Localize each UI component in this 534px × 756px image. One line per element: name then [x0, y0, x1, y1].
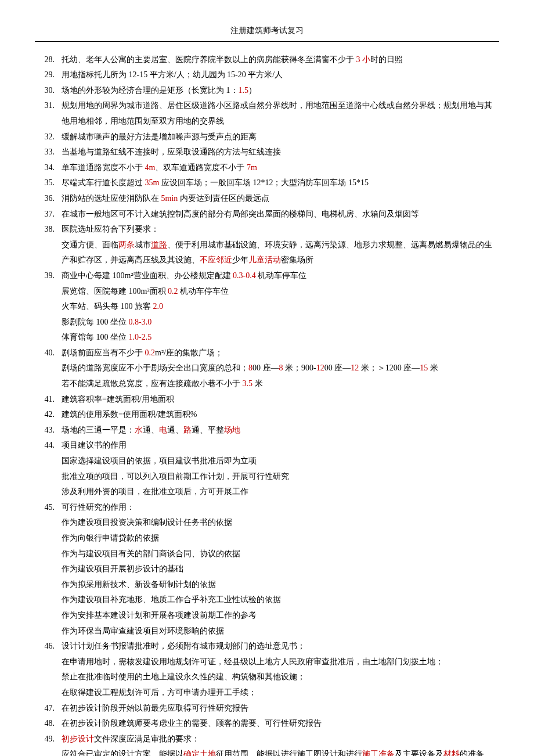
list-item: 45.可行性研究的作用：作为建设项目投资决策和编制设计任务书的依据作为向银行申请… [35, 500, 499, 639]
text-segment: 场地 [224, 426, 240, 434]
item-content: 医院选址应符合下列要求：交通方便、面临两条城市道路、便于利用城市基础设施、环境安… [62, 222, 499, 268]
text-segment: 少年 [232, 255, 248, 264]
item-content: 场地的外形较为经济合理的是矩形（长宽比为 1：1.5） [62, 83, 499, 99]
text-segment: 在初步设计阶段建筑师要考虑业主的需要、顾客的需要、可行性研究报告 [62, 719, 322, 728]
text-segment: 3 小 [356, 55, 371, 64]
text-segment: 作为向银行申请贷款的依据 [62, 534, 159, 542]
item-number: 42. [35, 407, 62, 423]
text-line: 缓解城市噪声的最好方法是增加噪声源与受声点的距离 [62, 129, 499, 145]
text-segment: 初步设计 [62, 735, 94, 743]
text-segment: 米；900- [283, 363, 316, 372]
text-segment: 征用范围、能据以进行施工图设计和进行 [216, 750, 362, 756]
text-segment: 建筑容积率=建筑面积/用地面积 [62, 395, 174, 404]
text-segment: 火车站、码头每 100 旅客 [62, 302, 153, 311]
text-segment: 两条 [118, 240, 135, 249]
text-line: 体育馆每 100 坐位 1.0-2.5 [62, 330, 499, 345]
list-item: 38.医院选址应符合下列要求：交通方便、面临两条城市道路、便于利用城市基础设施、… [35, 222, 499, 268]
text-segment: 时的日照 [370, 55, 403, 64]
text-segment: 规划用地的周界为城市道路、居住区级道路小区路或自然分界线时，用地范围至道路中心线… [62, 101, 492, 125]
item-content: 在城市一般地区可不计入建筑控制高度的部分有局部突出屋面的楼梯间、电梯机房、水箱间… [62, 207, 499, 222]
text-segment: 通、平整 [192, 426, 224, 434]
item-number: 37. [35, 207, 62, 222]
text-line: 当基地与道路红线不连接时，应采取设通路的方法与红线连接 [62, 145, 499, 160]
text-segment: 交通方便、面临 [62, 240, 118, 249]
text-segment: 作为建设项目补充地形、地质工作合乎补充工业性试验的依据 [62, 595, 281, 604]
text-segment: 剧场的道路宽度应不小于剧场安全出口宽度的总和； [62, 363, 248, 372]
text-segment: 通、 [143, 426, 159, 434]
item-number: 48. [35, 716, 62, 732]
item-number: 28. [35, 52, 62, 68]
item-content: 单车道通路宽度不小于 4m、双车道通路宽度不小于 7m [62, 160, 499, 176]
text-segment: 作为安排基本建设计划和开展各项建设前期工作的参考 [62, 611, 257, 620]
text-segment: 缓解城市噪声的最好方法是增加噪声源与受声点的距离 [62, 132, 257, 141]
text-line: 消防站的选址应使消防队在 5min 内要达到责任区的最远点 [62, 191, 499, 207]
text-segment: 材料 [443, 750, 460, 756]
list-item: 35.尽端式车行道长度超过 35m 应设回车场；一般回车场 12*12；大型消防… [35, 175, 499, 191]
list-item: 41.建筑容积率=建筑面积/用地面积 [35, 392, 499, 408]
text-segment: 0.2 [145, 348, 156, 357]
item-content: 剧场前面应当有不少于 0.2m²/座的集散广场；剧场的道路宽度应不小于剧场安全出… [62, 345, 499, 392]
list-item: 40.剧场前面应当有不少于 0.2m²/座的集散广场；剧场的道路宽度应不小于剧场… [35, 345, 499, 392]
item-number: 34. [35, 160, 62, 176]
text-segment: 用地指标托儿所为 12-15 平方米/人；幼儿园为 15-20 平方米/人 [62, 70, 283, 79]
text-line: 剧场的道路宽度应不小于剧场安全出口宽度的总和；800 座—8 米；900-120… [62, 361, 499, 376]
text-segment: 1.5 [239, 86, 249, 95]
text-segment: 12 [351, 363, 359, 372]
text-segment: 剧场前面应当有不少于 [62, 348, 145, 357]
text-segment: 应符合已审定的设计方案、能据以 [62, 750, 183, 756]
text-line: 涉及利用外资的项目，在批准立项后，方可开展工作 [62, 484, 499, 500]
text-segment: 2.0 [153, 302, 164, 311]
text-segment: 作为与建设项目有关的部门商谈合同、协议的依据 [62, 549, 240, 558]
text-line: 可行性研究的作用： [62, 500, 499, 516]
text-segment: 施工准备 [362, 750, 395, 756]
item-content: 建筑的使用系数=使用面积/建筑面积% [62, 407, 499, 423]
item-number: 35. [35, 175, 62, 191]
text-segment: 米 [252, 379, 263, 388]
item-content: 初步设计文件深度应满足审批的要求：应符合已审定的设计方案、能据以确定土地征用范围… [62, 732, 499, 756]
text-segment: 场地的外形较为经济合理的是矩形（长宽比为 1： [62, 86, 239, 95]
text-line: 展览馆、医院每建 100m²面积 0.2 机动车停车位 [62, 284, 499, 300]
item-number: 30. [35, 83, 62, 99]
text-segment: 单车道通路宽度不小于 [62, 163, 145, 172]
item-content: 建筑容积率=建筑面积/用地面积 [62, 392, 499, 408]
text-line: 作为安排基本建设计划和开展各项建设前期工作的参考 [62, 608, 499, 624]
item-content: 项目建议书的作用国家选择建设项目的依据，项目建议书批准后即为立项批准立项的项目，… [62, 438, 499, 499]
text-segment: 可行性研究的作用： [62, 503, 135, 512]
text-line: 影剧院每 100 坐位 0.8-3.0 [62, 315, 499, 330]
text-segment: 禁止在批准临时使用的土地上建设永久性的建、构筑物和其他设施； [62, 672, 305, 681]
text-segment: 内要达到责任区的最远点 [178, 194, 269, 203]
text-line: 场地的外形较为经济合理的是矩形（长宽比为 1：1.5） [62, 83, 499, 99]
text-segment: 0.2 [168, 287, 178, 296]
text-segment: 密集场所 [281, 255, 313, 264]
text-line: 作为与建设项目有关的部门商谈合同、协议的依据 [62, 546, 499, 562]
text-segment: 项目建议书的作用 [62, 441, 127, 449]
text-segment: 建筑的使用系数=使用面积/建筑面积% [62, 410, 197, 419]
text-segment: 00 座— [324, 363, 351, 372]
text-segment: 影剧院每 100 坐位 [62, 318, 129, 326]
item-content: 在初步设计阶段开始以前最先应取得可行性研究报告 [62, 701, 499, 717]
text-line: 在初步设计阶段开始以前最先应取得可行性研究报告 [62, 701, 499, 717]
text-segment: 通、 [167, 426, 183, 434]
text-segment: 体育馆每 100 坐位 [62, 333, 129, 341]
item-number: 32. [35, 129, 62, 145]
text-line: 若不能满足疏散总宽度，应有连接疏散小巷不小于 3.5 米 [62, 376, 499, 392]
text-line: 项目建议书的作用 [62, 438, 499, 453]
text-segment: 医院选址应符合下列要求： [62, 225, 159, 233]
text-segment: 作为拟采用新技术、新设备研制计划的依据 [62, 580, 216, 589]
text-line: 批准立项的项目，可以列入项目前期工作计划，开展可行性研究 [62, 469, 499, 485]
list-item: 29.用地指标托儿所为 12-15 平方米/人；幼儿园为 15-20 平方米/人 [35, 67, 499, 83]
text-segment: 3.5 [243, 379, 253, 388]
text-line: 剧场前面应当有不少于 0.2m²/座的集散广场； [62, 345, 499, 361]
item-content: 尽端式车行道长度超过 35m 应设回车场；一般回车场 12*12；大型消防车回车… [62, 175, 499, 191]
text-segment: 8 [279, 363, 283, 372]
text-segment: 涉及利用外资的项目，在批准立项后，方可开展工作 [62, 487, 248, 496]
item-content: 可行性研究的作用：作为建设项目投资决策和编制设计任务书的依据作为向银行申请贷款的… [62, 500, 499, 639]
item-number: 39. [35, 268, 62, 284]
text-line: 建筑的使用系数=使用面积/建筑面积% [62, 407, 499, 423]
list-item: 34.单车道通路宽度不小于 4m、双车道通路宽度不小于 7m [35, 160, 499, 176]
text-segment: 35m [145, 178, 160, 187]
numbered-list: 28.托幼、老年人公寓的主要居室、医院疗养院半数以上的病房能获得冬至满窗不少于 … [35, 52, 499, 756]
text-segment: 0.8-3.0 [129, 318, 152, 326]
item-number: 44. [35, 438, 62, 453]
item-number: 49. [35, 732, 62, 747]
